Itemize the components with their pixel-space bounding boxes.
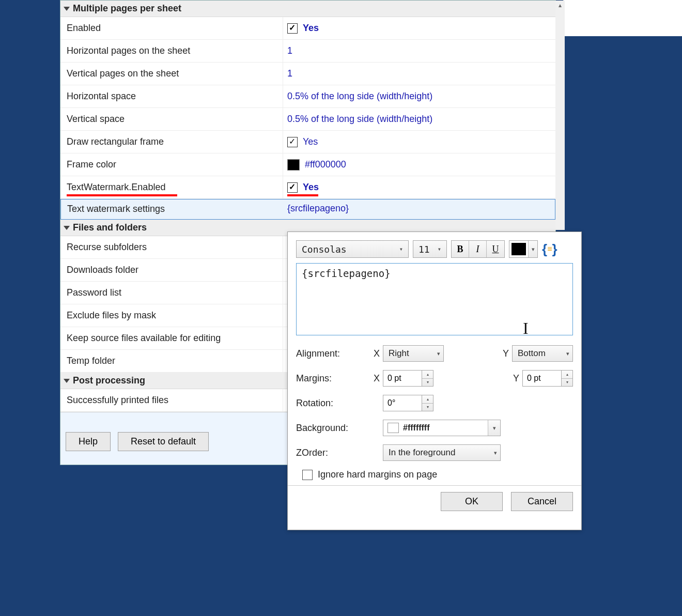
chevron-down-icon: ▾ <box>528 241 537 257</box>
y-label: Y <box>509 373 519 384</box>
row-framecolor[interactable]: Frame color #ff000000 <box>60 153 555 176</box>
italic-button[interactable]: I <box>469 241 487 257</box>
value-twm-enabled: Yes <box>303 182 319 193</box>
row-vpages[interactable]: Vertical pages on the sheet 1 <box>60 63 555 85</box>
label-recurse: Recurse subfolders <box>60 236 283 258</box>
checkbox-frame[interactable] <box>287 137 298 147</box>
color-swatch <box>512 243 526 255</box>
label-success: Successfully printed files <box>60 389 283 411</box>
zorder-label: ZOrder: <box>296 448 383 458</box>
value-vpages: 1 <box>287 68 292 79</box>
row-vspace[interactable]: Vertical space 0.5% of the long side (wi… <box>60 108 555 131</box>
label-frame: Draw rectangular frame <box>60 131 283 153</box>
value-frame: Yes <box>303 136 318 147</box>
section-title: Multiple pages per sheet <box>73 3 181 14</box>
row-hspace[interactable]: Horizontal space 0.5% of the long side (… <box>60 85 555 108</box>
checkbox-enabled[interactable] <box>287 23 298 34</box>
row-hpages[interactable]: Horizontal pages on the sheet 1 <box>60 40 555 63</box>
collapse-icon <box>64 379 70 383</box>
chevron-down-icon: ▾ <box>396 245 406 253</box>
checkbox-twm-enabled[interactable] <box>287 182 298 193</box>
watermark-text-input[interactable] <box>296 263 573 335</box>
y-label: Y <box>499 348 509 359</box>
background-color-select[interactable]: #ffffffff ▾ <box>383 420 501 436</box>
section-multiple-pages[interactable]: Multiple pages per sheet <box>60 1 555 17</box>
frame-color-swatch <box>287 159 300 171</box>
row-frame[interactable]: Draw rectangular frame Yes <box>60 131 555 153</box>
row-twm-enabled[interactable]: TextWatermark.Enabled Yes <box>60 176 555 199</box>
value-twm-settings: {srcfilepageno} <box>287 203 349 213</box>
collapse-icon <box>64 226 70 230</box>
spin-down-icon[interactable]: ▾ <box>422 379 433 387</box>
side-strip <box>563 0 682 36</box>
label-vspace: Vertical space <box>60 108 283 130</box>
label-hpages: Horizontal pages on the sheet <box>60 40 283 62</box>
chevron-down-icon: ▾ <box>488 420 500 436</box>
highlight-underline <box>67 194 177 196</box>
watermark-editor-popup: Consolas ▾ 11 ▾ B I U ▾ {≡} I <box>287 232 582 530</box>
label-enabled: Enabled <box>60 17 283 39</box>
align-y-value: Bottom <box>518 348 546 359</box>
macro-insert-button[interactable]: {≡} <box>542 241 557 257</box>
margin-y-spinner[interactable]: ▴▾ <box>522 370 573 387</box>
bg-color-value: #ffffffff <box>403 423 488 433</box>
zorder-value: In the foreground <box>389 448 455 458</box>
rotation-spinner[interactable]: ▴▾ <box>383 395 433 411</box>
value-enabled: Yes <box>303 23 319 34</box>
font-family-combo[interactable]: Consolas ▾ <box>296 240 409 258</box>
x-label: X <box>369 373 380 384</box>
help-button[interactable]: Help <box>66 432 111 451</box>
bg-color-swatch <box>388 423 399 433</box>
underline-button[interactable]: U <box>487 241 504 257</box>
row-enabled[interactable]: Enabled Yes <box>60 17 555 40</box>
reset-button[interactable]: Reset to default <box>118 432 209 451</box>
chevron-down-icon: ▾ <box>562 350 569 357</box>
label-framecolor: Frame color <box>60 153 283 176</box>
chevron-down-icon: ▾ <box>435 245 444 253</box>
label-temp: Temp folder <box>60 350 283 372</box>
margin-y-input[interactable] <box>523 371 561 386</box>
text-cursor-icon: I <box>523 319 529 338</box>
font-size-combo[interactable]: 11 ▾ <box>413 240 447 258</box>
label-keepsrc: Keep source files available for editing <box>60 327 283 349</box>
font-size-value: 11 <box>419 244 430 255</box>
section-title: Post processing <box>73 375 145 386</box>
cancel-button[interactable]: Cancel <box>511 492 573 511</box>
highlight-underline-2 <box>287 194 318 196</box>
ok-button[interactable]: OK <box>441 492 503 511</box>
chevron-down-icon: ▾ <box>490 450 497 456</box>
section-title: Files and folders <box>73 222 147 233</box>
spin-down-icon[interactable]: ▾ <box>422 404 433 411</box>
spin-down-icon[interactable]: ▾ <box>562 379 572 387</box>
scroll-up-icon[interactable]: ▴ <box>555 1 565 10</box>
row-twm-settings[interactable]: Text watermark settings {srcfilepageno} <box>60 199 555 220</box>
align-y-select[interactable]: Bottom ▾ <box>512 345 573 362</box>
margin-x-spinner[interactable]: ▴▾ <box>383 370 433 387</box>
collapse-icon <box>64 7 70 11</box>
watermark-options: Alignment: X Right ▾ Y Bottom ▾ Margins:… <box>288 338 581 485</box>
font-style-group: B I U <box>451 240 505 258</box>
align-x-select[interactable]: Right ▾ <box>383 345 444 362</box>
value-framecolor: #ff000000 <box>305 159 346 170</box>
margin-x-input[interactable] <box>383 371 422 386</box>
spin-up-icon[interactable]: ▴ <box>562 371 572 379</box>
chevron-down-icon: ▾ <box>433 350 440 357</box>
label-twm-settings: Text watermark settings <box>61 199 283 219</box>
spin-up-icon[interactable]: ▴ <box>422 395 433 404</box>
rotation-input[interactable] <box>383 395 422 411</box>
spin-up-icon[interactable]: ▴ <box>422 371 433 379</box>
margins-label: Margins: <box>296 373 369 384</box>
value-hspace: 0.5% of the long side (width/height) <box>287 91 432 102</box>
text-color-picker[interactable]: ▾ <box>509 240 538 258</box>
label-downloads: Downloads folder <box>60 259 283 281</box>
align-x-value: Right <box>389 348 409 359</box>
scrollbar[interactable]: ▴ <box>555 1 565 230</box>
ignore-margins-checkbox[interactable] <box>302 470 313 480</box>
label-twm-enabled: TextWatermark.Enabled <box>60 176 283 198</box>
ignore-margins-label: Ignore hard margins on page <box>318 469 437 480</box>
zorder-select[interactable]: In the foreground ▾ <box>383 444 501 461</box>
label-hspace: Horizontal space <box>60 85 283 107</box>
label-vpages: Vertical pages on the sheet <box>60 63 283 85</box>
bold-button[interactable]: B <box>452 241 469 257</box>
alignment-label: Alignment: <box>296 348 369 359</box>
